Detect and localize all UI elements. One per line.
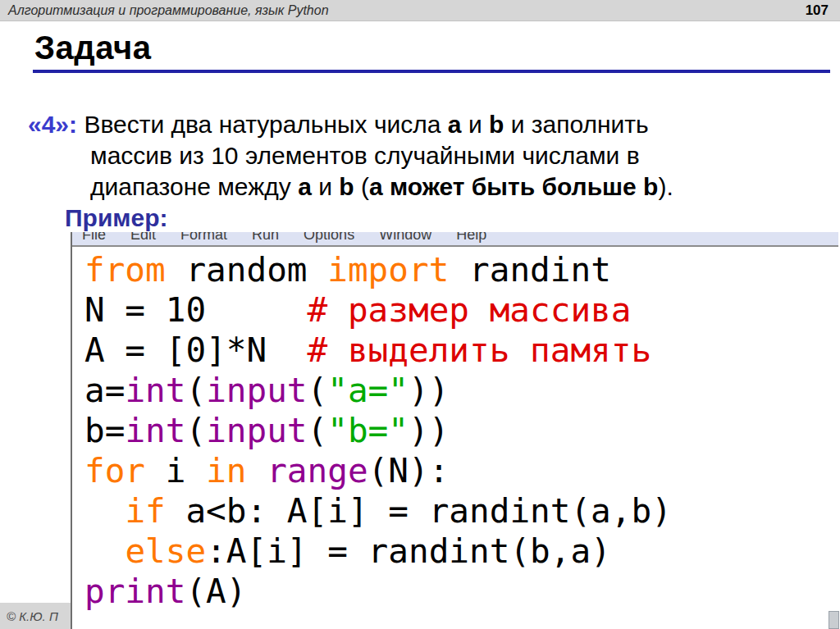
slide-header-bar: Алгоритмизация и программирование, язык … (0, 0, 840, 21)
code-token: (N): (368, 451, 450, 490)
code-line: a=int(input("a=")) (84, 371, 838, 411)
code-token: in (206, 451, 246, 490)
menu-item-file[interactable]: File (82, 232, 106, 237)
code-line: A = [0]*N # выделить память (84, 330, 838, 371)
task-text-segment: ( (354, 173, 369, 200)
code-token (84, 531, 125, 571)
copyright-text: © К.Ю. П (7, 609, 58, 623)
code-token: from (84, 250, 166, 289)
code-token: random (166, 250, 327, 289)
code-line: else:A[i] = randint(b,a) (84, 531, 838, 572)
var-a: a (298, 173, 312, 200)
task-line-2: массив из 10 элементов случайными числам… (28, 140, 673, 171)
var-b: b (489, 111, 504, 138)
code-token: ( (185, 411, 206, 450)
task-number-label: «4»: (28, 111, 77, 138)
page-number: 107 (806, 2, 829, 19)
code-token: input (206, 411, 307, 450)
code-token: "b=" (327, 411, 409, 450)
footer-bar: © К.Ю. П (0, 603, 72, 629)
task-text-segment: и заполнить (504, 111, 648, 138)
task-text-segment: и (462, 111, 489, 138)
code-line: print(A) (84, 572, 838, 612)
code-token: range (267, 451, 368, 490)
code-token (84, 491, 125, 531)
example-label: Пример: (28, 203, 673, 234)
code-token (247, 451, 267, 490)
task-line-3: диапазоне между a и b (a может быть боль… (28, 171, 673, 203)
menu-item-edit[interactable]: Edit (130, 232, 156, 237)
course-title: Алгоритмизация и программирование, язык … (8, 3, 329, 18)
title-underline (33, 70, 830, 73)
code-token: N = 10 (84, 290, 308, 330)
code-token: a= (84, 371, 125, 410)
code-token: a<b: A[i] = randint(a,b) (166, 491, 672, 531)
code-token: int (125, 411, 185, 450)
menu-item-help[interactable]: Help (456, 232, 486, 237)
code-editor: from random import randintN = 10 # разме… (72, 247, 838, 629)
var-a: a (448, 111, 462, 138)
task-emphasis: a может быть больше b (369, 173, 659, 200)
code-token: input (206, 371, 307, 410)
scrollbar-thumb[interactable] (829, 611, 839, 629)
menu-item-run[interactable]: Run (252, 232, 279, 237)
menu-item-window[interactable]: Window (379, 232, 431, 237)
slide-title: Задача (34, 28, 151, 67)
code-token: (A) (185, 572, 246, 611)
code-token: else (125, 531, 206, 571)
task-text-segment: и (312, 173, 339, 200)
code-token: "a=" (327, 371, 409, 410)
task-text-segment: диапазоне между (90, 173, 298, 200)
menu-item-options[interactable]: Options (304, 232, 354, 237)
code-line: b=int(input("b=")) (84, 411, 838, 451)
code-token: # выделить память (308, 330, 652, 370)
code-token: )) (409, 411, 449, 450)
code-token: ( (185, 371, 206, 410)
task-text: «4»: Ввести два натуральных числа a и b … (28, 109, 673, 234)
code-line: if a<b: A[i] = randint(a,b) (84, 491, 838, 531)
code-token: b= (84, 411, 125, 450)
code-token: randint (449, 250, 610, 289)
presentation-slide: Алгоритмизация и программирование, язык … (0, 0, 840, 629)
code-line: for i in range(N): (84, 451, 838, 491)
code-token: import (327, 250, 449, 289)
code-token: if (125, 491, 165, 531)
code-token: ( (308, 371, 328, 410)
idle-menu-bar: FileEditFormatRunOptionsWindowHelp (72, 232, 838, 247)
task-text-segment: ). (658, 173, 673, 200)
code-line: N = 10 # размер массива (84, 290, 838, 330)
code-line: from random import randint (84, 250, 838, 290)
code-token: :A[i] = randint(b,a) (206, 531, 611, 571)
code-token: A = [0]*N (84, 330, 308, 370)
menu-item-format[interactable]: Format (180, 232, 227, 237)
code-token: print (84, 572, 185, 611)
task-text-segment: Ввести два натуральных числа (77, 111, 448, 138)
code-token: for (84, 451, 145, 490)
code-token: i (145, 451, 206, 490)
code-token: )) (409, 371, 449, 410)
code-token: int (125, 371, 185, 410)
var-b: b (339, 173, 354, 200)
task-line-1: «4»: Ввести два натуральных числа a и b … (28, 109, 673, 140)
code-token: ( (308, 411, 328, 450)
idle-editor-screenshot: FileEditFormatRunOptionsWindowHelp from … (71, 232, 838, 629)
code-token: # размер массива (308, 290, 632, 330)
